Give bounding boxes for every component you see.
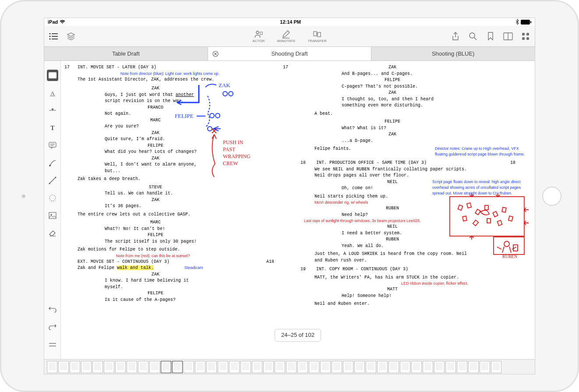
svg-rect-56 [485,205,488,210]
page-thumb[interactable] [320,361,331,373]
actor-button[interactable]: ACTOR [252,30,265,43]
eraser-tool[interactable] [47,227,58,239]
character: FELIPE [116,232,195,239]
highlight-tool[interactable]: A [47,70,58,81]
share-icon[interactable] [451,32,460,41]
script-page-right: ZAK And B-pages... and C-pages. FELIPE C… [298,61,535,359]
page-thumb[interactable] [58,361,69,373]
page-thumb[interactable] [457,361,467,373]
page-thumb[interactable] [423,361,433,373]
scene-number-right: 18 [510,160,515,166]
image-tool[interactable] [47,210,58,221]
page-thumb[interactable] [434,361,445,373]
home-button[interactable] [542,187,561,206]
tab-label: Shooting (BLUE) [432,50,475,57]
page-thumb[interactable] [127,361,137,373]
page-thumb[interactable] [275,361,285,373]
svg-text:A: A [51,73,54,78]
page-thumb[interactable] [297,361,308,373]
scene-number-right: 17 [283,64,288,71]
page-thumb[interactable] [81,361,92,373]
dialogue: Is it cause of the A-pages? [105,297,210,304]
dialogue: Need help? [342,212,447,219]
page-thumb[interactable] [229,361,240,373]
line-tool[interactable] [47,175,58,186]
dialogue: script revision is on the way. [105,98,210,105]
svg-text:PAST: PAST [223,146,236,152]
character: FELIPE [353,119,432,125]
page-thumb[interactable] [354,361,365,373]
page-thumb[interactable] [115,361,126,373]
director-note: Director notes: Crane up to High overhea… [435,146,527,157]
page-thumb[interactable] [184,361,194,373]
character: RUBEN [353,205,432,212]
shape-tool[interactable] [47,192,58,204]
text-tool[interactable]: T [47,122,58,134]
page-thumb[interactable] [400,361,410,373]
book-icon[interactable] [503,32,513,41]
transfer-button[interactable]: TRANSFER [308,30,327,43]
svg-text:RUBEN: RUBEN [502,254,517,258]
dialogue: What did you hear? Lots of changes? [105,149,210,155]
page-thumb[interactable] [332,361,342,373]
page-thumb[interactable] [286,361,297,373]
marker-tool[interactable] [47,105,58,116]
svg-rect-1 [530,21,531,23]
page-thumb[interactable] [377,361,388,373]
tab-shooting-draft[interactable]: Shooting Draft [208,47,372,60]
note-tool[interactable] [47,140,58,151]
page-thumb[interactable] [480,361,490,373]
page-thumb[interactable] [92,361,103,373]
thumbnail-strip[interactable] [44,359,535,374]
close-icon[interactable] [212,51,219,57]
undo-tool[interactable] [47,304,58,315]
list-icon[interactable] [49,32,58,41]
action-line: Just then, A LOUD SHRIEK is heard from t… [314,251,477,264]
steadicam-note: Steadicam [184,265,203,270]
script-viewport[interactable]: 17 17 INT. MOVIE SET - LATER (DAY 3) Not… [61,61,535,359]
page-thumb[interactable] [366,361,376,373]
svg-point-6 [49,38,51,39]
layers-icon[interactable] [66,32,76,41]
page-thumb[interactable] [195,361,205,373]
action-line: A beat. [314,111,477,117]
menu-tool[interactable] [47,339,58,350]
text-style-tool[interactable]: A [47,87,58,99]
page-thumb-current[interactable] [161,361,171,373]
svg-line-32 [49,177,56,184]
page-thumb[interactable] [218,361,228,373]
page-thumb[interactable] [138,361,148,373]
dialogue: The script itself is only 30 pages! [105,239,210,245]
grid-icon[interactable] [521,32,530,41]
search-icon[interactable] [468,32,478,41]
page-thumb[interactable] [206,361,217,373]
page-thumb[interactable] [263,361,274,373]
page-thumb[interactable] [309,361,319,373]
page-thumb-current[interactable] [172,361,183,373]
page-thumb[interactable] [149,361,160,373]
annotate-button[interactable]: ANNOTATE [277,30,295,43]
tab-shooting-blue[interactable]: Shooting (BLUE) [371,47,535,60]
page-thumb[interactable] [343,361,353,373]
svg-point-42 [223,92,227,96]
redo-tool[interactable] [47,321,58,333]
character: MARC [116,219,195,226]
action-line: The entire crew lets out a collective GA… [78,212,240,218]
page-thumb[interactable] [104,361,114,373]
page-thumb[interactable] [47,361,57,373]
page-thumb[interactable] [468,361,479,373]
page-thumb[interactable] [411,361,422,373]
page-thumb[interactable] [491,361,501,373]
battery-icon [521,20,531,25]
svg-point-65 [504,241,509,247]
pen-tool[interactable] [47,157,58,169]
page-thumb[interactable] [252,361,262,373]
tab-table-draft[interactable]: Table Draft [44,47,208,60]
page-thumb[interactable] [240,361,251,373]
page-thumb[interactable] [388,361,399,373]
page-thumb[interactable] [70,361,80,373]
bookmark-icon[interactable] [486,32,495,41]
character: ZAK [116,130,195,137]
tab-label: Shooting Draft [271,50,307,57]
page-thumb[interactable] [445,361,456,373]
